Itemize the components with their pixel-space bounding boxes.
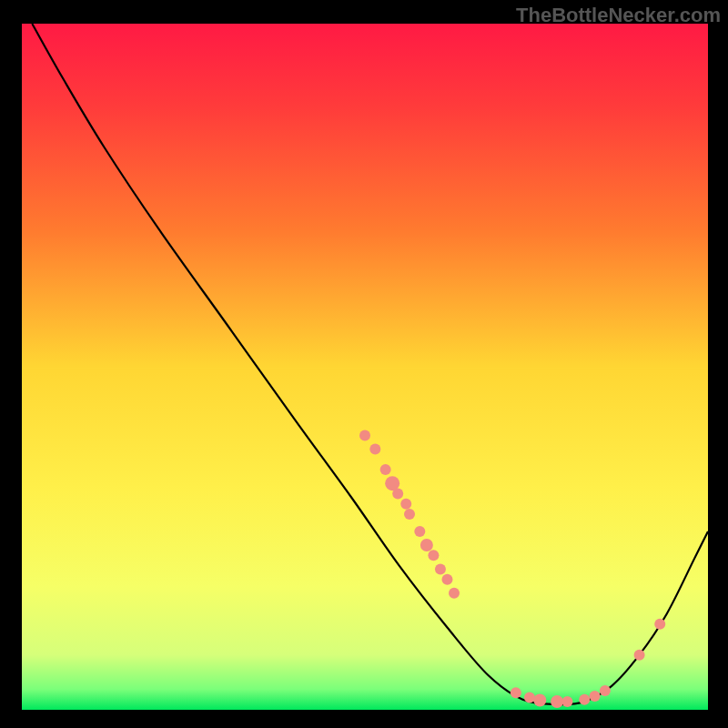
scatter-point — [414, 526, 425, 537]
plot-background — [22, 24, 708, 710]
scatter-point — [551, 695, 563, 708]
scatter-point — [428, 550, 439, 561]
scatter-point — [369, 443, 380, 454]
scatter-point — [449, 588, 460, 599]
scatter-point — [524, 692, 535, 703]
scatter-point — [561, 696, 572, 707]
scatter-point — [359, 430, 370, 440]
scatter-point — [380, 464, 391, 475]
scatter-point — [400, 499, 411, 510]
scatter-point — [533, 693, 546, 706]
scatter-point — [511, 687, 521, 698]
scatter-point — [441, 574, 452, 585]
scatter-point — [392, 488, 403, 499]
scatter-point — [435, 563, 446, 574]
scatter-point — [634, 650, 645, 661]
scatter-point — [590, 691, 601, 702]
chart-svg — [0, 0, 728, 728]
chart-container: TheBottleNecker.com — [0, 0, 728, 728]
scatter-point — [404, 509, 415, 520]
scatter-point — [600, 685, 611, 696]
scatter-point — [654, 619, 665, 630]
watermark-text: TheBottleNecker.com — [516, 4, 721, 27]
scatter-point — [420, 539, 433, 551]
scatter-point — [579, 694, 590, 705]
